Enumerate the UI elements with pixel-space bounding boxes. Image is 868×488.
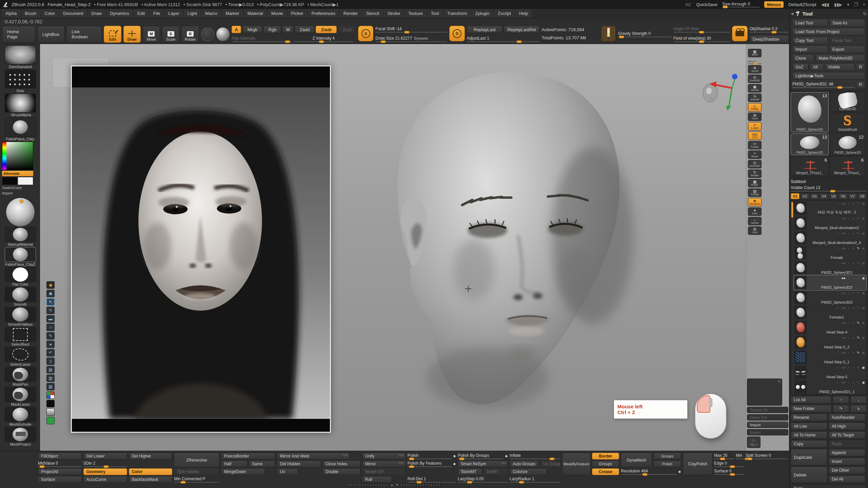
zsub-button[interactable]: Zsub <box>316 26 337 33</box>
clone-button[interactable]: Clone <box>792 55 814 62</box>
paste-tool-button[interactable]: Paste Tool <box>829 37 865 44</box>
sdiv-slider[interactable]: SDiv 2 <box>83 461 127 467</box>
subtool-scrollbar[interactable] <box>791 202 793 218</box>
load-tool-button[interactable]: Load Tool <box>792 19 828 27</box>
zadd-button[interactable]: Zadd <box>295 26 314 33</box>
new-folder-button[interactable]: New Folder <box>791 405 831 412</box>
menu-item[interactable]: Draw <box>88 9 105 17</box>
m-button[interactable]: M <box>282 26 293 33</box>
rgb-button[interactable]: Rgb <box>263 26 281 33</box>
del-hidden-button[interactable]: Del Hidden <box>277 461 321 467</box>
adjust-last-slider[interactable]: AdjustLast 1 <box>467 35 540 43</box>
quick-icon[interactable]: ● <box>46 341 55 348</box>
del-lower-button[interactable]: Del Lower <box>83 453 127 460</box>
move-out-button[interactable]: ↷ <box>833 405 849 412</box>
quick-icon[interactable] <box>46 417 55 424</box>
menu-item[interactable]: Color <box>41 9 58 17</box>
save-as-button[interactable]: Save As <box>829 19 865 27</box>
morph-uv-button[interactable]: Morph UV <box>362 468 406 475</box>
all-to-target-button[interactable]: All To Target <box>829 431 865 439</box>
deep-shadow-button[interactable]: DeepShadow <box>750 35 789 43</box>
menu-item[interactable]: File <box>150 9 163 17</box>
scale-button[interactable]: S Scale <box>162 26 179 43</box>
accu-curve-button[interactable]: AccuCurve <box>83 476 127 483</box>
polish-by-features-led[interactable] <box>453 463 456 466</box>
sculpt-canvas[interactable]: ◉ ◉ ↖ ✎ ▬ ○ <box>40 44 746 451</box>
tool-thumb[interactable]: SimpleBrush <box>830 113 865 132</box>
default-zscript-button[interactable]: DefaultZScript <box>788 2 816 7</box>
right-shelf-button[interactable]: ▨ Transp <box>748 188 762 197</box>
subtool-item[interactable]: ⇣ ●● ◐ ◑ ✎ ◉ Head Step-4 <box>794 320 866 335</box>
mrgb-button[interactable]: Mrgb <box>242 26 262 33</box>
del-higher-button[interactable]: Del Higher <box>129 453 173 460</box>
quick-icon[interactable]: ▬ <box>46 315 55 323</box>
left-shelf-item[interactable]: SelectLasso <box>2 347 39 366</box>
left-shelf-item[interactable]: SmoothValleys <box>2 307 39 326</box>
move-down-button[interactable]: ↓ <box>850 396 867 404</box>
uv-groups-button[interactable]: Uv Groups <box>540 461 560 467</box>
quick-icon[interactable]: ◉ <box>46 290 55 297</box>
menu-item[interactable]: Alpha <box>2 9 20 17</box>
draw-button[interactable]: Draw <box>123 26 141 43</box>
right-shelf-button[interactable]: ● Solo <box>748 207 762 216</box>
color-tab-button[interactable]: Color <box>129 468 173 475</box>
right-shelf-button[interactable]: ◎ ZoomSD <box>748 160 762 168</box>
secondary-color-swatch[interactable] <box>18 177 33 185</box>
mask-by-feature-button[interactable]: MaskByFeature <box>562 453 591 475</box>
material-sphere-icon[interactable] <box>216 27 230 41</box>
zremesher-button[interactable]: ZRemesher <box>174 453 219 467</box>
uv-button[interactable]: Uv <box>277 468 298 475</box>
right-shelf-button[interactable]: ⊞ Floor <box>748 113 762 121</box>
dynamesh-polish-button[interactable]: Polish <box>653 461 681 467</box>
left-shelf-item[interactable]: FabioPaiva_Clay2 <box>2 247 39 266</box>
quick-icon[interactable]: ▧ <box>46 383 55 390</box>
tool-refresh-icon[interactable]: ↻ <box>863 11 867 16</box>
left-shelf-item[interactable]: MaskLasso <box>2 387 39 406</box>
menu-item[interactable]: Dynamics <box>106 9 133 17</box>
menu-item[interactable]: Brush <box>21 9 40 17</box>
tool-thumb[interactable]: 13PM3D_Sphere3D <box>791 134 829 155</box>
obj-shadow-slider[interactable]: ObjShadow 0.3 <box>750 26 789 33</box>
visibility-tab[interactable]: V3 <box>810 193 819 199</box>
clone-texture-button[interactable]: Clone Txtr <box>747 414 788 421</box>
minimize-icon[interactable]: ▾ <box>847 2 849 7</box>
draw-size-slider[interactable]: Draw Size 21.62277Dynamic <box>375 35 447 43</box>
scroll-down-icon[interactable]: ▼ <box>396 484 399 487</box>
bpr-button[interactable]: ▦BPR <box>748 49 762 57</box>
right-shelf-button[interactable]: △ Persp <box>748 103 762 111</box>
tray-collapse-icon[interactable]: ◀ <box>791 12 793 16</box>
all-to-home-button[interactable]: All To Home <box>791 431 827 439</box>
subtool-item[interactable]: ⇣ ●● ◐ ◑ ✎ ◉ Merged_Skull-decimation2 <box>794 216 866 230</box>
rgb-intensity-slider[interactable]: Rgb Intensity <box>232 35 292 43</box>
menu-item[interactable]: Light <box>184 9 200 17</box>
subtool-item[interactable]: ⇣ ●● ◐ ◑ ✎ ◉ PM3D_Sphere3D1 <box>794 260 866 275</box>
roll-button[interactable]: Roll <box>362 476 392 483</box>
all-high-button[interactable]: All High <box>829 423 865 430</box>
geometry-tab-button[interactable]: Geometry <box>83 468 127 475</box>
double-button[interactable]: Double <box>322 468 360 475</box>
left-shelf-item[interactable]: MeshExtrude <box>2 407 39 426</box>
project-all-button[interactable]: ProjectAll <box>38 468 82 475</box>
del-other-button[interactable]: Del Other <box>829 467 865 474</box>
dynamesh-groups-button[interactable]: Groups <box>653 453 681 460</box>
right-shelf-button[interactable]: ½ AAHalf <box>748 94 762 102</box>
saturation-square[interactable] <box>6 142 33 170</box>
anchor-a-button[interactable]: A <box>232 26 241 33</box>
polish-led[interactable] <box>453 455 456 458</box>
make-polymesh3d-button[interactable]: Make PolyMesh3D <box>815 55 865 62</box>
same-button[interactable]: Same <box>249 461 275 467</box>
menu-item[interactable]: Tool <box>428 9 442 17</box>
restore-icon[interactable]: ❐ <box>854 2 858 7</box>
min-connected-slider[interactable]: Min Connected P <box>174 476 219 483</box>
dynamesh-button[interactable]: DynaMesh <box>621 453 652 467</box>
quick-icon[interactable] <box>46 408 55 416</box>
focal-shift-slider[interactable]: Focal Shift -14 <box>375 26 447 33</box>
subtool-item[interactable]: ⇣ ●● ◐ ◑ ✎ ◉ Head Step-5_1 <box>794 350 866 365</box>
menu-item[interactable]: Layer <box>165 9 183 17</box>
goz-button[interactable]: GoZ <box>792 63 809 71</box>
quicksave-button[interactable]: QuickSave <box>696 2 717 7</box>
menu-item[interactable]: Picker <box>288 9 307 17</box>
see-through-slider[interactable]: See-through 0 <box>722 1 760 7</box>
texture-on-button[interactable]: Texture On <box>747 407 788 413</box>
colorize-button[interactable]: Colorize <box>510 468 547 475</box>
